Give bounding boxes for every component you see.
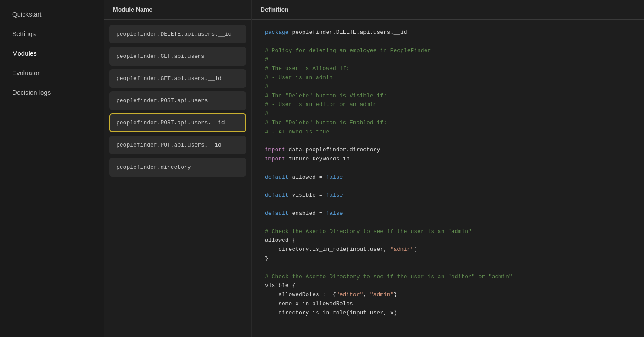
code-line-comment6: # The "Delete" button is Visible if: [265,92,631,101]
code-line-allowed-body: directory.is_in_role(input.user, "admin"… [265,245,631,254]
code-line-comment3: # The user is Allowed if: [265,64,631,73]
module-item-put-users-id[interactable]: peoplefinder.PUT.api.users.__id [109,136,246,154]
module-panel: Module Name peoplefinder.DELETE.api.user… [104,0,252,337]
module-item-post-users[interactable]: peoplefinder.POST.api.users [109,91,246,110]
code-line-comment11: # Check the Aserto Directory to see if t… [265,227,631,237]
module-panel-header: Module Name [104,0,251,20]
code-line-comment1: # Policy for deleting an employee in Peo… [265,47,631,56]
module-item-delete-users-id[interactable]: peoplefinder.DELETE.api.users.__id [109,25,246,43]
sidebar-item-decision-logs[interactable]: Decision logs [3,83,100,101]
code-line-blank3 [265,164,631,173]
code-line-blank7 [265,264,631,273]
code-line-visible-body2: some x in allowedRoles [265,300,631,309]
code-line-allowed-close: } [265,254,631,264]
module-list: peoplefinder.DELETE.api.users.__id peopl… [104,20,251,182]
sidebar: Quickstart Settings Modules Evaluator De… [0,0,104,337]
sidebar-item-modules[interactable]: Modules [3,44,100,62]
sidebar-item-evaluator[interactable]: Evaluator [3,64,100,82]
code-line-comment4: # - User is an admin [265,73,631,83]
code-line-blank6 [265,218,631,227]
code-line-comment5: # [265,83,631,92]
code-line-import2: import future.keywords.in [265,155,631,164]
code-line-comment10: # - Allowed is true [265,128,631,137]
code-line-import1: import data.peoplefinder.directory [265,146,631,155]
code-line-visible-open: visible { [265,281,631,290]
module-item-directory[interactable]: peoplefinder.directory [109,158,246,177]
code-line-comment7: # - User is an editor or an admin [265,100,631,110]
code-line-blank1 [265,37,631,47]
code-panel: Definition package peoplefinder.DELETE.a… [252,0,644,337]
sidebar-item-settings[interactable]: Settings [3,25,100,43]
sidebar-item-quickstart[interactable]: Quickstart [3,5,100,23]
code-panel-header: Definition [252,0,644,20]
code-content[interactable]: package peoplefinder.DELETE.api.users.__… [252,20,644,337]
code-line-allowed-open: allowed { [265,236,631,245]
code-line-comment9: # The "Delete" button is Enabled if: [265,119,631,128]
code-line-default1: default allowed = false [265,173,631,182]
main-content: Module Name peoplefinder.DELETE.api.user… [104,0,644,337]
code-line-default2: default visible = false [265,191,631,200]
code-line-default3: default enabled = false [265,209,631,218]
code-line-blank5 [265,200,631,209]
code-line-visible-body1: allowedRoles := {"editor", "admin"} [265,290,631,300]
module-item-get-users-id[interactable]: peoplefinder.GET.api.users.__id [109,69,246,88]
code-line-blank4 [265,182,631,191]
code-line-comment12: # Check the Aserto Directory to see if t… [265,273,631,282]
code-line-1: package peoplefinder.DELETE.api.users.__… [265,28,631,37]
code-line-blank2 [265,137,631,146]
module-item-get-users[interactable]: peoplefinder.GET.api.users [109,47,246,66]
code-line-comment8: # [265,110,631,119]
code-line-visible-body3: directory.is_in_role(input.user, x) [265,309,631,318]
module-item-post-users-id[interactable]: peoplefinder.POST.api.users.__id [109,113,246,132]
code-line-comment2: # [265,55,631,64]
